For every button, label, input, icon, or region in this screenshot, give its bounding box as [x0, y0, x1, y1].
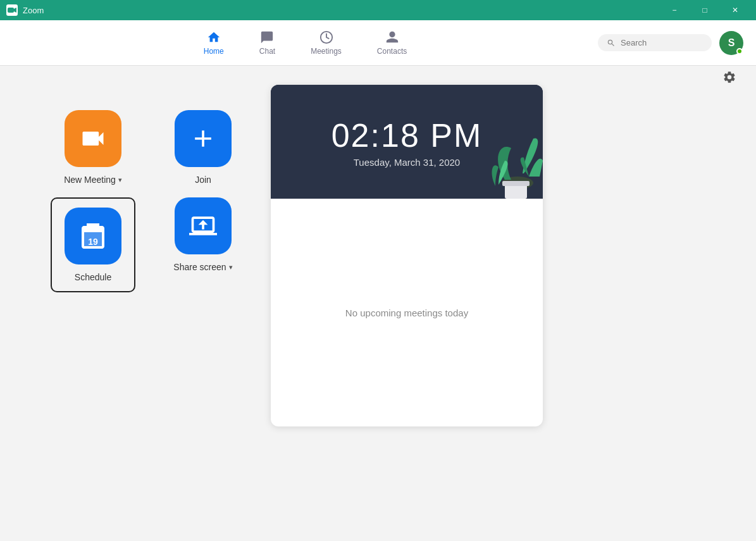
plus-icon	[189, 125, 217, 152]
no-meetings-text: No upcoming meetings today	[345, 308, 468, 318]
maximize-button[interactable]: □	[690, 0, 719, 20]
share-screen-button[interactable]	[175, 197, 232, 254]
avatar[interactable]: S	[719, 31, 743, 55]
svg-rect-1	[8, 8, 14, 13]
tab-chat-label: Chat	[259, 47, 275, 56]
avatar-letter: S	[728, 37, 735, 49]
new-meeting-chevron: ▾	[118, 176, 122, 184]
date-display: Tuesday, March 31, 2020	[332, 157, 483, 168]
share-screen-label: Share screen ▾	[173, 262, 232, 272]
share-screen-icon	[189, 212, 217, 240]
settings-button[interactable]	[718, 66, 741, 89]
tab-chat[interactable]: Chat	[242, 25, 293, 61]
new-meeting-button[interactable]	[65, 110, 121, 167]
svg-text:19: 19	[88, 237, 98, 247]
chat-icon	[260, 30, 274, 44]
tab-meetings[interactable]: Meetings	[293, 25, 359, 61]
meetings-icon	[319, 30, 333, 44]
tab-home-label: Home	[204, 47, 224, 56]
tab-contacts-label: Contacts	[377, 47, 407, 56]
left-panel: New Meeting ▾ Join	[38, 85, 245, 522]
search-box[interactable]	[598, 34, 712, 51]
action-grid: New Meeting ▾ Join	[51, 110, 245, 292]
online-status-badge	[736, 48, 743, 54]
calendar-card: 02:18 PM Tuesday, March 31, 2020 No upco…	[271, 85, 543, 426]
schedule-item[interactable]: 19 Schedule	[51, 197, 135, 292]
close-button[interactable]: ✕	[721, 0, 750, 20]
calendar-header: 02:18 PM Tuesday, March 31, 2020	[271, 85, 543, 199]
calendar-icon: 19	[78, 221, 108, 251]
join-item[interactable]: Join	[161, 110, 245, 185]
search-input[interactable]	[621, 38, 697, 47]
svg-rect-9	[502, 181, 530, 186]
title-bar-left: Zoom	[6, 4, 44, 16]
new-meeting-item[interactable]: New Meeting ▾	[51, 110, 135, 185]
camera-icon	[79, 125, 107, 152]
join-button[interactable]	[175, 110, 232, 167]
join-label: Join	[195, 175, 211, 185]
search-icon	[607, 39, 616, 47]
tab-meetings-label: Meetings	[311, 47, 342, 56]
new-meeting-label: New Meeting ▾	[64, 175, 122, 185]
title-bar-controls: − □ ✕	[660, 0, 750, 20]
schedule-button[interactable]: 19	[65, 208, 121, 264]
time-display: 02:18 PM Tuesday, March 31, 2020	[332, 116, 483, 168]
app-title: Zoom	[23, 6, 44, 15]
share-screen-item[interactable]: Share screen ▾	[161, 197, 245, 292]
calendar-body: No upcoming meetings today	[271, 199, 543, 426]
tab-contacts[interactable]: Contacts	[359, 25, 424, 61]
nav-bar: Home Chat Meetings	[0, 20, 756, 66]
title-bar: Zoom − □ ✕	[0, 0, 756, 20]
gear-icon	[722, 70, 736, 84]
schedule-label: Schedule	[75, 272, 111, 282]
nav-tabs: Home Chat Meetings	[13, 25, 598, 61]
zoom-logo-icon	[6, 4, 18, 16]
main-content: New Meeting ▾ Join	[0, 66, 756, 541]
clock-display: 02:18 PM	[332, 116, 483, 154]
right-panel: 02:18 PM Tuesday, March 31, 2020 No upco…	[271, 85, 718, 522]
contacts-icon	[385, 30, 399, 44]
home-icon	[207, 30, 221, 44]
nav-right: S	[598, 31, 743, 55]
share-screen-chevron: ▾	[229, 263, 233, 271]
tab-home[interactable]: Home	[186, 25, 242, 61]
minimize-button[interactable]: −	[660, 0, 689, 20]
